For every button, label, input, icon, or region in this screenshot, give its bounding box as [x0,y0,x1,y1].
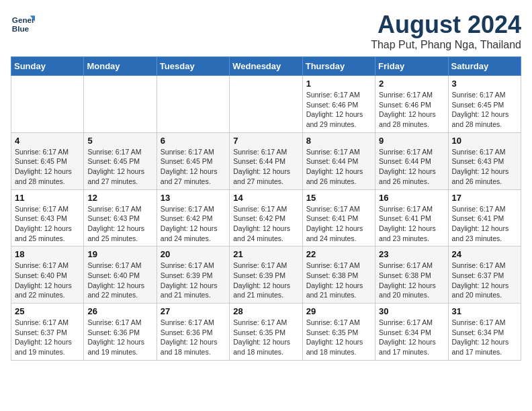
day-detail: Sunrise: 6:17 AM Sunset: 6:41 PM Dayligh… [379,204,444,244]
day-cell [11,76,84,133]
day-detail: Sunrise: 6:17 AM Sunset: 6:41 PM Dayligh… [306,204,371,244]
day-number: 12 [87,193,152,203]
day-detail: Sunrise: 6:17 AM Sunset: 6:41 PM Dayligh… [452,204,517,244]
day-cell: 1Sunrise: 6:17 AM Sunset: 6:46 PM Daylig… [302,76,375,133]
day-number: 21 [233,249,298,259]
day-detail: Sunrise: 6:17 AM Sunset: 6:46 PM Dayligh… [379,90,444,130]
day-cell: 18Sunrise: 6:17 AM Sunset: 6:40 PM Dayli… [11,246,84,304]
day-cell: 13Sunrise: 6:17 AM Sunset: 6:42 PM Dayli… [157,189,229,246]
week-row-1: 1Sunrise: 6:17 AM Sunset: 6:46 PM Daylig… [11,76,521,133]
day-number: 19 [87,249,152,259]
day-cell: 5Sunrise: 6:17 AM Sunset: 6:45 PM Daylig… [84,132,157,189]
day-detail: Sunrise: 6:17 AM Sunset: 6:39 PM Dayligh… [161,261,226,300]
day-number: 5 [87,136,152,146]
col-sunday: Sunday [11,57,84,76]
day-cell: 14Sunrise: 6:17 AM Sunset: 6:42 PM Dayli… [230,189,302,246]
day-detail: Sunrise: 6:17 AM Sunset: 6:35 PM Dayligh… [233,318,298,357]
day-number: 29 [306,306,371,316]
day-cell: 22Sunrise: 6:17 AM Sunset: 6:38 PM Dayli… [302,246,375,304]
col-friday: Friday [375,57,448,76]
calendar-table: Sunday Monday Tuesday Wednesday Thursday… [11,56,521,361]
day-detail: Sunrise: 6:17 AM Sunset: 6:44 PM Dayligh… [306,147,371,187]
day-detail: Sunrise: 6:17 AM Sunset: 6:37 PM Dayligh… [452,261,517,300]
day-number: 6 [161,136,226,146]
day-number: 30 [379,306,444,316]
day-cell: 3Sunrise: 6:17 AM Sunset: 6:45 PM Daylig… [448,76,521,133]
day-cell: 26Sunrise: 6:17 AM Sunset: 6:36 PM Dayli… [84,304,157,361]
calendar-header: Sunday Monday Tuesday Wednesday Thursday… [11,57,521,76]
day-cell: 10Sunrise: 6:17 AM Sunset: 6:43 PM Dayli… [448,132,521,189]
day-cell [157,76,229,133]
day-cell: 15Sunrise: 6:17 AM Sunset: 6:41 PM Dayli… [302,189,375,246]
calendar-title: August 2024 [371,11,521,39]
calendar-subtitle: Thap Put, Phang Nga, Thailand [371,39,521,51]
day-cell: 6Sunrise: 6:17 AM Sunset: 6:45 PM Daylig… [157,132,229,189]
day-number: 14 [233,193,298,203]
day-number: 26 [87,306,152,316]
col-wednesday: Wednesday [230,57,302,76]
logo: General Blue General Blue [11,11,35,35]
page-header: General Blue General Blue August 2024 Th… [11,11,521,51]
col-thursday: Thursday [302,57,375,76]
day-cell: 4Sunrise: 6:17 AM Sunset: 6:45 PM Daylig… [11,132,84,189]
day-detail: Sunrise: 6:17 AM Sunset: 6:43 PM Dayligh… [87,204,152,244]
day-detail: Sunrise: 6:17 AM Sunset: 6:40 PM Dayligh… [87,261,152,300]
day-detail: Sunrise: 6:17 AM Sunset: 6:34 PM Dayligh… [452,318,517,357]
day-number: 10 [452,136,517,146]
day-cell: 20Sunrise: 6:17 AM Sunset: 6:39 PM Dayli… [157,246,229,304]
day-cell: 25Sunrise: 6:17 AM Sunset: 6:37 PM Dayli… [11,304,84,361]
day-number: 2 [379,79,444,89]
day-number: 3 [452,79,517,89]
day-number: 23 [379,249,444,259]
day-detail: Sunrise: 6:17 AM Sunset: 6:44 PM Dayligh… [379,147,444,187]
day-number: 13 [161,193,226,203]
week-row-5: 25Sunrise: 6:17 AM Sunset: 6:37 PM Dayli… [11,304,521,361]
day-number: 22 [306,249,371,259]
day-detail: Sunrise: 6:17 AM Sunset: 6:43 PM Dayligh… [15,204,80,244]
day-cell: 17Sunrise: 6:17 AM Sunset: 6:41 PM Dayli… [448,189,521,246]
day-cell: 28Sunrise: 6:17 AM Sunset: 6:35 PM Dayli… [230,304,302,361]
day-cell: 11Sunrise: 6:17 AM Sunset: 6:43 PM Dayli… [11,189,84,246]
day-detail: Sunrise: 6:17 AM Sunset: 6:38 PM Dayligh… [379,261,444,300]
day-number: 27 [161,306,226,316]
day-detail: Sunrise: 6:17 AM Sunset: 6:35 PM Dayligh… [306,318,371,357]
week-row-4: 18Sunrise: 6:17 AM Sunset: 6:40 PM Dayli… [11,246,521,304]
day-number: 24 [452,249,517,259]
day-detail: Sunrise: 6:17 AM Sunset: 6:44 PM Dayligh… [233,147,298,187]
day-number: 28 [233,306,298,316]
day-cell [230,76,302,133]
day-detail: Sunrise: 6:17 AM Sunset: 6:42 PM Dayligh… [233,204,298,244]
day-detail: Sunrise: 6:17 AM Sunset: 6:34 PM Dayligh… [379,318,444,357]
day-detail: Sunrise: 6:17 AM Sunset: 6:45 PM Dayligh… [452,90,517,130]
day-number: 20 [161,249,226,259]
day-number: 18 [15,249,80,259]
day-detail: Sunrise: 6:17 AM Sunset: 6:40 PM Dayligh… [15,261,80,300]
day-number: 11 [15,193,80,203]
col-tuesday: Tuesday [157,57,229,76]
col-saturday: Saturday [448,57,521,76]
day-cell: 2Sunrise: 6:17 AM Sunset: 6:46 PM Daylig… [375,76,448,133]
svg-text:Blue: Blue [12,24,30,33]
day-number: 1 [306,79,371,89]
day-cell: 29Sunrise: 6:17 AM Sunset: 6:35 PM Dayli… [302,304,375,361]
day-cell: 19Sunrise: 6:17 AM Sunset: 6:40 PM Dayli… [84,246,157,304]
day-cell: 21Sunrise: 6:17 AM Sunset: 6:39 PM Dayli… [230,246,302,304]
calendar-body: 1Sunrise: 6:17 AM Sunset: 6:46 PM Daylig… [11,76,521,361]
day-detail: Sunrise: 6:17 AM Sunset: 6:45 PM Dayligh… [161,147,226,187]
day-detail: Sunrise: 6:17 AM Sunset: 6:37 PM Dayligh… [15,318,80,357]
day-detail: Sunrise: 6:17 AM Sunset: 6:45 PM Dayligh… [15,147,80,187]
day-detail: Sunrise: 6:17 AM Sunset: 6:46 PM Dayligh… [306,90,371,130]
day-detail: Sunrise: 6:17 AM Sunset: 6:36 PM Dayligh… [161,318,226,357]
day-cell: 16Sunrise: 6:17 AM Sunset: 6:41 PM Dayli… [375,189,448,246]
header-row: Sunday Monday Tuesday Wednesday Thursday… [11,57,521,76]
day-cell: 30Sunrise: 6:17 AM Sunset: 6:34 PM Dayli… [375,304,448,361]
day-cell [84,76,157,133]
day-number: 25 [15,306,80,316]
col-monday: Monday [84,57,157,76]
day-detail: Sunrise: 6:17 AM Sunset: 6:43 PM Dayligh… [452,147,517,187]
day-cell: 31Sunrise: 6:17 AM Sunset: 6:34 PM Dayli… [448,304,521,361]
day-detail: Sunrise: 6:17 AM Sunset: 6:38 PM Dayligh… [306,261,371,300]
day-cell: 8Sunrise: 6:17 AM Sunset: 6:44 PM Daylig… [302,132,375,189]
day-cell: 9Sunrise: 6:17 AM Sunset: 6:44 PM Daylig… [375,132,448,189]
day-detail: Sunrise: 6:17 AM Sunset: 6:42 PM Dayligh… [161,204,226,244]
